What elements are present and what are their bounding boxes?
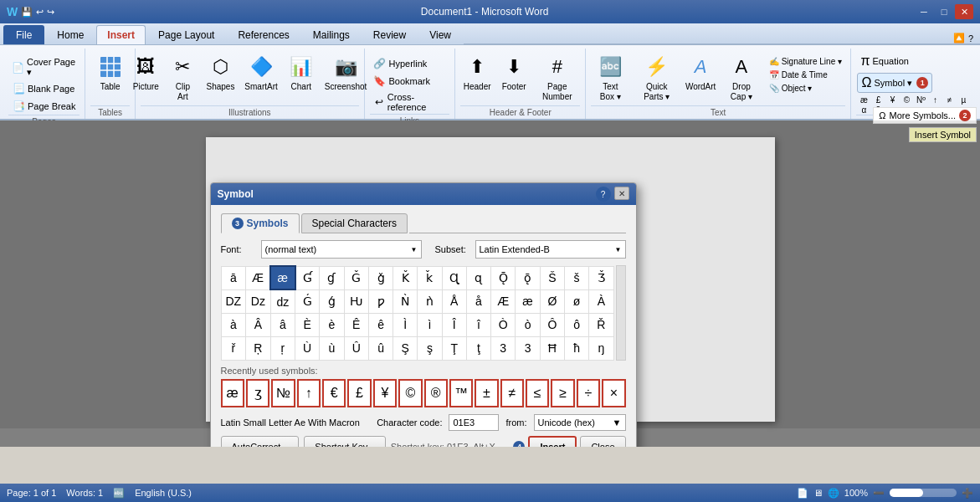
sym-cell[interactable]: Ɋ [442, 266, 466, 289]
tab-insert[interactable]: Insert [96, 25, 146, 44]
recent-sym-ae[interactable]: æ [221, 379, 244, 407]
tab-mailings[interactable]: Mailings [302, 25, 361, 44]
help-icon[interactable]: 🔼 [953, 33, 965, 44]
sym-cell[interactable]: ǵ [320, 289, 344, 313]
shapes-button[interactable]: ⬡ Shapes [203, 52, 239, 94]
view-icon-web[interactable]: 🌐 [828, 488, 839, 499]
footer-button[interactable]: ⬇ Footer [497, 52, 531, 94]
sym-cell[interactable]: ŋ [589, 336, 613, 360]
header-button[interactable]: ⬆ Header [460, 52, 494, 94]
recent-sym-euro[interactable]: € [322, 379, 346, 407]
mini-sym-copy[interactable]: © [900, 95, 913, 105]
cover-page-button[interactable]: 📄 Cover Page ▾ [8, 55, 80, 79]
sym-cell[interactable]: Ì [393, 313, 418, 336]
sym-cell[interactable]: ù [320, 336, 344, 360]
clip-art-button[interactable]: ✂ Clip Art [166, 52, 199, 104]
sym-cell[interactable]: ţ [466, 336, 490, 360]
sym-cell[interactable]: ħ [565, 336, 589, 360]
table-button[interactable]: Table [94, 52, 127, 94]
sym-cell[interactable]: Ê [344, 313, 368, 336]
sym-cell[interactable]: ř [221, 336, 246, 360]
sym-cell[interactable]: ò [516, 313, 540, 336]
sym-cell[interactable]: ø [565, 289, 589, 313]
sym-cell[interactable]: ɋ [466, 266, 490, 289]
minimize-button[interactable]: ─ [915, 4, 933, 19]
signature-line-button[interactable]: ✍ Signature Line ▾ [766, 55, 845, 68]
mini-sym-no[interactable]: Nº [914, 95, 927, 105]
mini-sym-yen[interactable]: ¥ [885, 95, 899, 105]
sym-cell[interactable]: Ţ [442, 336, 466, 360]
quick-access-save[interactable]: 💾 [21, 7, 33, 18]
sym-cell[interactable]: æ [516, 289, 540, 313]
sym-cell-selected[interactable]: æ [270, 266, 295, 289]
screenshot-button[interactable]: 📷 Screenshot [321, 52, 371, 94]
mini-sym-pound[interactable]: £ [871, 95, 885, 105]
sym-cell[interactable]: Î [442, 313, 466, 336]
sym-cell[interactable]: Ø [540, 289, 564, 313]
symbol-button[interactable]: Ω Symbol ▾ 1 [857, 73, 932, 93]
cross-reference-button[interactable]: ↩ Cross-reference [370, 90, 450, 114]
sym-cell[interactable]: ǭ [516, 266, 540, 289]
blank-page-button[interactable]: 📃 Blank Page [8, 80, 80, 97]
zoom-in-button[interactable]: ➕ [962, 488, 973, 499]
sym-cell[interactable]: Ù [295, 336, 320, 360]
insert-button[interactable]: Insert [528, 436, 577, 447]
modal-help-button[interactable]: ? [596, 187, 611, 202]
bookmark-button[interactable]: 🔖 Bookmark [370, 73, 450, 90]
sym-cell[interactable]: Š [540, 266, 564, 289]
recent-sym-leq[interactable]: ≤ [526, 379, 549, 407]
sym-cell[interactable]: ŗ [270, 336, 295, 360]
quick-parts-button[interactable]: ⚡ Quick Parts ▾ [633, 52, 680, 104]
page-number-button[interactable]: # Page Number [534, 52, 580, 104]
tab-references[interactable]: References [227, 25, 300, 44]
sym-cell[interactable]: ɠ [320, 266, 344, 289]
sym-cell[interactable]: â [270, 313, 295, 336]
sym-cell[interactable]: 3 [516, 336, 540, 360]
autocorrect-button[interactable]: AutoCorrect... [221, 436, 300, 447]
sym-cell[interactable]: ş [418, 336, 442, 360]
mini-sym-mu[interactable]: µ [957, 95, 970, 105]
sym-cell[interactable]: Û [344, 336, 368, 360]
view-icon-print[interactable]: 📄 [797, 488, 808, 499]
maximize-button[interactable]: □ [935, 4, 953, 19]
sym-cell[interactable]: à [221, 313, 246, 336]
tab-file[interactable]: File [3, 25, 44, 44]
recent-sym-up[interactable]: ↑ [297, 379, 321, 407]
sym-cell[interactable]: Ǭ [491, 266, 516, 289]
sym-cell[interactable]: À [589, 289, 613, 313]
view-icon-fullscreen[interactable]: 🖥 [813, 488, 823, 498]
sym-cell[interactable]: ƿ [368, 289, 393, 313]
equation-button[interactable]: π Equation [857, 52, 911, 70]
recent-sym-pound[interactable]: £ [347, 379, 371, 407]
zoom-out-button[interactable]: ➖ [873, 488, 885, 499]
sym-cell[interactable]: ǧ [368, 266, 393, 289]
sym-cell[interactable]: Â [246, 313, 271, 336]
smartart-button[interactable]: 🔷 SmartArt [241, 52, 280, 94]
font-dropdown[interactable]: (normal text) ▼ [261, 240, 422, 259]
sym-cell[interactable]: î [466, 313, 490, 336]
recent-sym-yen[interactable]: ¥ [373, 379, 397, 407]
symbol-grid-scrollbar[interactable] [616, 265, 626, 361]
mini-sym-ae[interactable]: æ [857, 95, 870, 105]
sym-cell[interactable]: å [466, 289, 490, 313]
sym-cell[interactable]: è [320, 313, 344, 336]
sym-cell[interactable]: Ǧ [344, 266, 368, 289]
sym-cell[interactable]: dz [270, 289, 295, 313]
recent-sym-tm[interactable]: ™ [449, 379, 473, 407]
mini-sym-up[interactable]: ↑ [928, 95, 942, 105]
sym-cell[interactable]: Ş [393, 336, 418, 360]
recent-sym-reg[interactable]: ® [424, 379, 448, 407]
recent-sym-times[interactable]: × [602, 379, 625, 407]
sym-cell[interactable]: ǹ [418, 289, 442, 313]
recent-sym-geq[interactable]: ≥ [551, 379, 574, 407]
from-select[interactable]: Unicode (hex) ▼ [534, 414, 626, 431]
tab-special-chars[interactable]: Special Characters [301, 213, 408, 233]
recent-sym-ʒ[interactable]: ʒ [246, 379, 269, 407]
recent-sym-neq[interactable]: ≠ [500, 379, 524, 407]
sym-cell[interactable]: Æ [246, 266, 271, 289]
sym-cell[interactable]: Ǯ [589, 266, 613, 289]
text-box-button[interactable]: 🔤 Text Box ▾ [591, 52, 629, 104]
wordart-button[interactable]: A WordArt [684, 52, 717, 94]
sym-cell[interactable]: ê [368, 313, 393, 336]
sym-cell[interactable]: Ƕ [344, 289, 368, 313]
